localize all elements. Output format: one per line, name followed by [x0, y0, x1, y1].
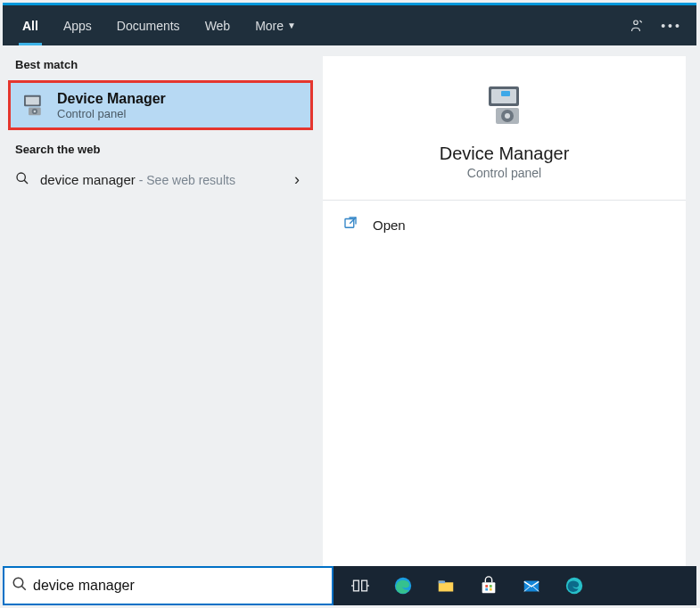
search-web-header: Search the web	[3, 130, 318, 161]
search-icon	[15, 171, 33, 189]
tab-documents[interactable]: Documents	[104, 5, 193, 45]
svg-point-6	[17, 173, 25, 181]
detail-subtitle: Control panel	[467, 166, 541, 180]
svg-rect-18	[362, 580, 367, 591]
svg-rect-22	[439, 581, 445, 584]
svg-rect-17	[354, 580, 359, 591]
open-action[interactable]: Open	[323, 201, 686, 249]
task-view-icon[interactable]	[339, 566, 382, 605]
edge-icon[interactable]	[382, 566, 424, 605]
svg-line-7	[24, 180, 28, 184]
tab-label: More	[255, 19, 284, 33]
search-box[interactable]	[3, 566, 334, 605]
svg-rect-26	[485, 588, 488, 591]
tab-more[interactable]: More▼	[243, 5, 309, 45]
edge-alt-icon[interactable]	[553, 566, 596, 605]
results-area: Best match Device Manager Control panel	[3, 45, 696, 604]
svg-point-15	[13, 578, 23, 587]
best-match-subtitle: Control panel	[57, 107, 166, 120]
tab-label: Apps	[63, 19, 92, 33]
open-icon	[342, 215, 360, 234]
best-match-text: Device Manager Control panel	[57, 91, 166, 120]
tab-apps[interactable]: Apps	[51, 5, 104, 45]
spacer	[309, 5, 618, 45]
device-manager-icon	[18, 90, 48, 120]
results-list: Best match Device Manager Control panel	[3, 45, 318, 604]
tab-all[interactable]: All	[10, 5, 51, 45]
tab-web[interactable]: Web	[193, 5, 243, 45]
device-manager-large-icon	[480, 81, 530, 131]
svg-rect-2	[26, 97, 39, 105]
detail-title: Device Manager	[440, 144, 570, 164]
chevron-down-icon: ▼	[287, 21, 296, 30]
svg-rect-23	[482, 582, 496, 593]
svg-rect-25	[490, 585, 492, 587]
bottom-bar	[3, 566, 696, 605]
svg-rect-27	[490, 588, 492, 591]
svg-line-16	[21, 586, 26, 590]
search-panel: All Apps Documents Web More▼ ••• Best ma…	[3, 3, 696, 604]
detail-header: Device Manager Control panel	[323, 56, 686, 201]
detail-pane: Device Manager Control panel Open	[323, 56, 686, 593]
search-input[interactable]	[33, 578, 325, 594]
svg-point-5	[34, 111, 37, 113]
best-match-header: Best match	[3, 45, 318, 77]
tab-label: Documents	[117, 19, 180, 33]
tab-label: Web	[205, 19, 231, 33]
svg-point-0	[634, 21, 638, 25]
svg-rect-10	[501, 91, 510, 96]
best-match-title: Device Manager	[57, 91, 166, 107]
mail-icon[interactable]	[510, 566, 553, 605]
chevron-right-icon: ›	[288, 170, 306, 189]
web-result-item[interactable]: device manager - See web results ›	[3, 161, 318, 198]
best-match-item[interactable]: Device Manager Control panel	[8, 80, 313, 130]
store-icon[interactable]	[467, 566, 510, 605]
web-hint: - See web results	[139, 173, 235, 187]
taskbar	[334, 566, 696, 605]
tab-label: All	[22, 19, 38, 33]
svg-rect-24	[485, 585, 488, 587]
svg-point-13	[505, 113, 510, 119]
filter-tabs: All Apps Documents Web More▼ •••	[3, 5, 696, 45]
web-term: device manager	[40, 172, 136, 187]
more-options-icon[interactable]: •••	[654, 5, 689, 45]
file-explorer-icon[interactable]	[424, 566, 467, 605]
feedback-icon[interactable]	[618, 5, 654, 45]
open-label: Open	[373, 218, 406, 233]
search-icon	[12, 576, 28, 596]
